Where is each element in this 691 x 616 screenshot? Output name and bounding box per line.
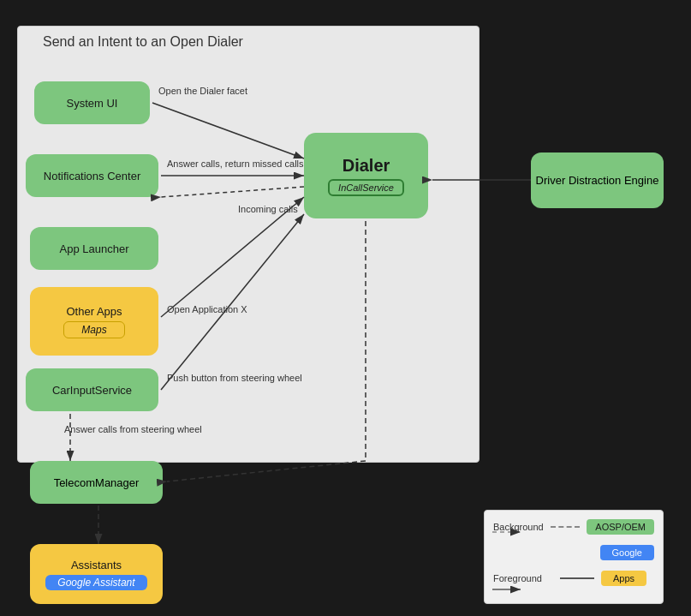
driver-distraction-box: Driver Distraction Engine xyxy=(531,153,664,208)
incoming-calls-label: Incoming calls xyxy=(238,204,298,214)
svg-line-9 xyxy=(167,461,366,481)
incallservice-box: InCallService xyxy=(328,179,404,196)
telecom-manager-box: TelecomManager xyxy=(30,461,163,504)
open-dialer-label: Open the Dialer facet xyxy=(158,86,247,96)
system-ui-box: System UI xyxy=(34,81,150,124)
google-label: Google xyxy=(600,545,654,560)
legend-background-row: Background AOSP/OEM xyxy=(493,519,654,535)
push-button-label: Push button from steering wheel xyxy=(167,373,302,383)
answer-steering-label: Answer calls from steering wheel xyxy=(64,424,202,434)
apps-label: Apps xyxy=(601,571,646,586)
car-input-box: CarInputService xyxy=(26,368,158,411)
notif-center-box: Notifications Center xyxy=(26,154,158,197)
diagram-title: Send an Intent to an Open Dialer xyxy=(43,34,243,50)
legend-foreground-row: Foreground Apps xyxy=(493,571,654,586)
answer-calls-label: Answer calls, return missed calls xyxy=(167,158,304,169)
legend-box: Background AOSP/OEM Google Foreground Ap… xyxy=(484,510,664,604)
foreground-label: Foreground xyxy=(493,573,553,583)
assistants-label: Assistants xyxy=(71,559,122,571)
assistants-container: Assistants Google Assistant xyxy=(30,544,163,604)
legend-google-row: Google xyxy=(493,545,654,560)
other-apps-container: Other Apps Maps xyxy=(30,287,158,356)
maps-box: Maps xyxy=(63,321,124,338)
background-label: Background xyxy=(493,522,544,532)
app-launcher-box: App Launcher xyxy=(30,227,158,270)
google-assistant-box: Google Assistant xyxy=(45,575,146,590)
foreground-line xyxy=(560,577,594,579)
open-app-x-label: Open Application X xyxy=(167,304,247,314)
dialer-title: Dialer xyxy=(343,156,390,176)
dialer-box: Dialer InCallService xyxy=(304,133,428,218)
background-line xyxy=(551,526,580,528)
other-apps-label: Other Apps xyxy=(66,305,122,318)
aosp-label: AOSP/OEM xyxy=(587,519,654,535)
